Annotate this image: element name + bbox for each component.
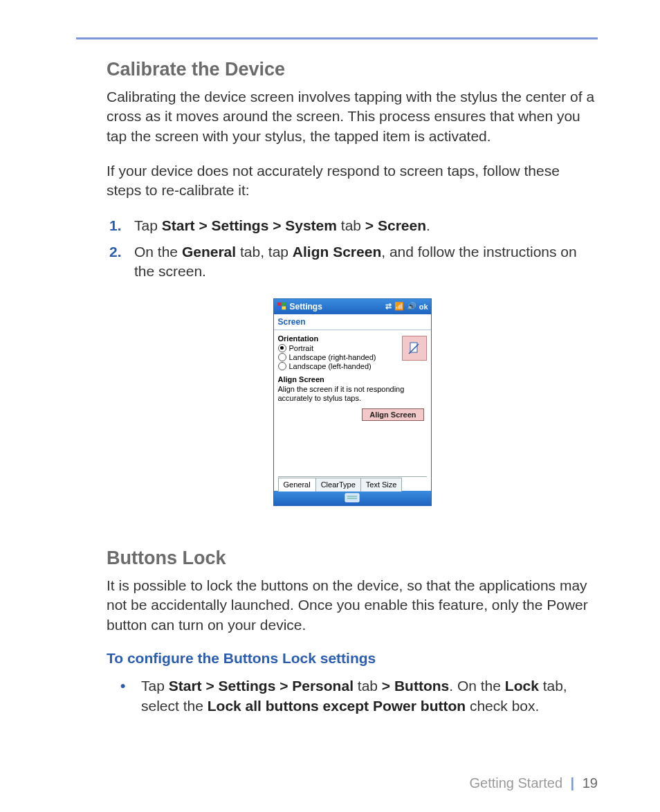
sound-icon[interactable]: 🔊 (407, 302, 416, 311)
page-footer: Getting Started | 19 (469, 775, 598, 791)
radio-landscape-left-label: Landscape (left-handed) (289, 362, 372, 370)
footer-page-number: 19 (583, 775, 598, 791)
orientation-label: Orientation (278, 334, 402, 343)
tab-general[interactable]: General (278, 478, 316, 491)
step-2-text-b: General (182, 244, 236, 260)
bl-h: Lock all buttons except Power button (208, 698, 466, 714)
start-flag-icon[interactable] (277, 301, 287, 312)
heading-calibrate: Calibrate the Device (107, 59, 598, 80)
top-rule (76, 37, 598, 39)
radio-portrait[interactable]: Portrait (278, 344, 402, 352)
calibrate-desc-1: Calibrating the device screen involves t… (107, 87, 598, 146)
device-tabs: General ClearType Text Size (278, 476, 427, 491)
radio-icon (278, 362, 286, 370)
device-subheader: Screen (274, 314, 431, 330)
bl-d: > Buttons (382, 678, 449, 694)
svg-rect-3 (282, 307, 286, 310)
heading-buttons-lock: Buttons Lock (107, 548, 598, 569)
step-1-text-b: Start > Settings > System (162, 217, 337, 233)
buttons-lock-steps: Tap Start > Settings > Personal tab > Bu… (107, 676, 598, 716)
step-2-text-d: Align Screen (293, 244, 381, 260)
bl-a: Tap (141, 678, 169, 694)
radio-portrait-label: Portrait (289, 344, 313, 352)
bl-i: check box. (466, 698, 539, 714)
step-1-number: 1. (109, 216, 122, 235)
device-frame: Settings ⇄ 📶 🔊 ok Screen Orientation Por… (273, 298, 432, 506)
bl-b: Start > Settings > Personal (169, 678, 354, 694)
calibrate-desc-2: If your device does not accurately respo… (107, 161, 598, 201)
radio-landscape-right[interactable]: Landscape (right-handed) (278, 353, 402, 361)
svg-rect-1 (282, 303, 286, 306)
calibrate-steps: 1. Tap Start > Settings > System tab > S… (107, 216, 598, 282)
radio-icon (278, 344, 286, 352)
step-2-number: 2. (109, 242, 122, 262)
orientation-preview-icon (402, 336, 427, 361)
manual-page: Calibrate the Device Calibrating the dev… (0, 0, 660, 812)
step-1-text-d: > Screen (365, 217, 426, 233)
buttons-lock-desc: It is possible to lock the buttons on th… (107, 576, 598, 635)
step-1: 1. Tap Start > Settings > System tab > S… (130, 216, 598, 235)
buttons-lock-bullet: Tap Start > Settings > Personal tab > Bu… (136, 676, 598, 716)
footer-separator: | (571, 775, 575, 791)
bl-c: tab (354, 678, 382, 694)
step-2-text-c: tab, tap (236, 244, 293, 260)
svg-rect-0 (277, 303, 281, 306)
connectivity-icon[interactable]: ⇄ (385, 302, 392, 311)
radio-icon (278, 353, 286, 361)
bl-e: . On the (449, 678, 505, 694)
bl-f: Lock (505, 678, 539, 694)
signal-icon[interactable]: 📶 (394, 302, 404, 311)
device-title: Settings (290, 302, 383, 312)
device-body: Orientation Portrait Landscape (right-ha… (274, 330, 431, 491)
device-title-bar: Settings ⇄ 📶 🔊 ok (274, 299, 431, 314)
tab-textsize[interactable]: Text Size (360, 478, 403, 491)
device-screenshot: Settings ⇄ 📶 🔊 ok Screen Orientation Por… (107, 298, 598, 506)
align-screen-button[interactable]: Align Screen (362, 408, 423, 421)
align-screen-desc: Align the screen if it is not responding… (278, 385, 427, 403)
footer-chapter: Getting Started (469, 775, 562, 791)
radio-landscape-right-label: Landscape (right-handed) (289, 353, 376, 361)
keyboard-icon[interactable] (345, 493, 360, 504)
step-1-text-e: . (426, 217, 430, 233)
tab-cleartype[interactable]: ClearType (315, 478, 361, 491)
step-1-text-c: tab (337, 217, 365, 233)
step-2-text-a: On the (134, 244, 182, 260)
step-1-text-a: Tap (134, 217, 162, 233)
svg-rect-2 (277, 307, 281, 310)
svg-rect-6 (345, 494, 359, 502)
ok-button[interactable]: ok (419, 303, 428, 311)
buttons-lock-subhead: To configure the Buttons Lock settings (107, 650, 598, 667)
radio-landscape-left[interactable]: Landscape (left-handed) (278, 362, 402, 370)
page-content: Calibrate the Device Calibrating the dev… (76, 59, 598, 716)
align-screen-label: Align Screen (278, 375, 427, 384)
device-bottom-bar (274, 491, 431, 505)
step-2: 2. On the General tab, tap Align Screen,… (130, 242, 598, 282)
